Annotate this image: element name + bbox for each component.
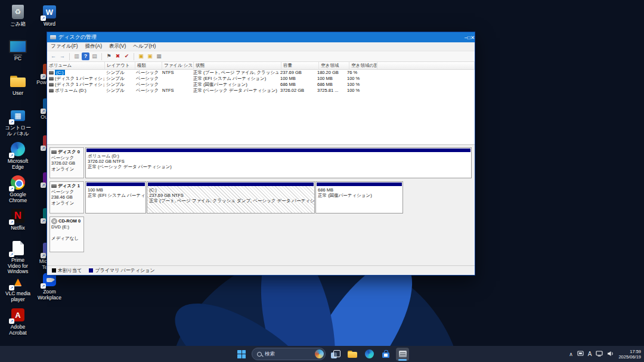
network-icon[interactable] <box>596 351 603 358</box>
folder-icon[interactable]: ▣ <box>137 52 145 60</box>
volume-name: (ディスク 1 パーティション 1) <box>55 76 104 81</box>
desktop-icon-label: コントロール パネル <box>4 125 32 137</box>
title-bar[interactable]: ディスクの管理 –□✕ <box>47 32 475 42</box>
menu-item-1[interactable]: 操作(A) <box>82 43 106 50</box>
desktop-icon-word[interactable]: W↗Word <box>36 4 63 27</box>
desktop-icon-prime-video-for-windows[interactable]: ↗Prime Video for Windows <box>4 240 32 275</box>
volume-drive-icon <box>49 77 54 81</box>
desktop-icon--[interactable]: ♻ごみ箱 <box>4 4 32 27</box>
column-header-1[interactable]: レイアウト <box>105 62 135 69</box>
close-button[interactable]: ✕ <box>470 35 475 41</box>
toolbar-separator <box>101 53 102 60</box>
partition-block[interactable]: 100 MB正常 (EFI システム パーティション) <box>85 181 146 214</box>
file-explorer-icon <box>348 351 357 358</box>
partition-block[interactable]: (C:)237.69 GB NTFS正常 (ブート, ページ ファイル, クラッ… <box>147 181 315 214</box>
search-box[interactable]: 検索 <box>252 348 326 360</box>
legend-color-swatch <box>52 268 56 273</box>
column-header-6[interactable]: 空き領域 <box>319 62 349 69</box>
desktop-icon-microsoft-edge[interactable]: ↗Microsoft Edge <box>4 141 32 170</box>
hidden-icons-chevron[interactable]: ∧ <box>569 351 573 357</box>
legend-item-0: 未割り当て <box>52 267 82 274</box>
volume-row[interactable]: (C:)シンプルベーシックNTFS正常 (ブート, ページ ファイル, クラッシ… <box>47 70 475 76</box>
column-header-0[interactable]: ボリューム <box>47 62 105 69</box>
edge-icon <box>365 349 374 358</box>
desktop-icon-netflix[interactable]: N↗Netflix <box>4 208 32 231</box>
window-view-icon[interactable]: ▥ <box>73 52 80 60</box>
column-header-5[interactable]: 容量 <box>281 62 319 69</box>
desktop-icon-label: Word <box>36 21 63 27</box>
desktop-icon-zoom-workplace[interactable]: ↗Zoom Workplace <box>36 271 63 301</box>
volume-cell: (ディスク 1 パーティション 1) <box>47 76 104 82</box>
task-view-icon <box>331 350 340 358</box>
menu-item-0[interactable]: ファイル(F) <box>47 43 82 50</box>
volume-drive-icon <box>49 83 54 86</box>
partition-info: (C:)237.69 GB NTFS正常 (ブート, ページ ファイル, クラッ… <box>147 186 314 213</box>
volume-cell: 正常 (ブート, ページ ファイル, クラッシュ ダンプ, ... <box>191 70 278 76</box>
column-header-3[interactable]: ファイル システム <box>162 62 194 69</box>
shortcut-arrow-badge: ↗ <box>41 182 46 188</box>
edge-icon: ↗ <box>9 141 27 157</box>
volume-cell: NTFS <box>160 70 191 76</box>
disk-label-panel[interactable]: ディスク 0ベーシック3726.02 GBオンライン <box>49 147 84 178</box>
partition-block[interactable]: 686 MB正常 (回復パーティション) <box>315 181 403 214</box>
disk-name-text: ディスク 0 <box>58 149 80 155</box>
menu-item-2[interactable]: 表示(V) <box>106 43 129 50</box>
volume-cell: シンプル <box>104 76 134 82</box>
column-header-7[interactable]: 空き領域の割... <box>349 62 377 69</box>
desktop-icon-adobe-acrobat[interactable]: A↗Adobe Acrobat <box>4 307 32 336</box>
edge-taskbar-button[interactable] <box>363 348 376 361</box>
help-icon[interactable]: ? <box>82 52 89 60</box>
volume-row[interactable]: (ディスク 1 パーティション 4)シンプルベーシック正常 (回復パーティション… <box>47 82 475 88</box>
disk-management-taskbar-button[interactable] <box>396 348 409 361</box>
volume-cell: 正常 (回復パーティション) <box>191 82 278 88</box>
start-button[interactable] <box>235 348 248 361</box>
column-header-4[interactable]: 状態 <box>194 62 281 69</box>
back-icon[interactable]: ← <box>49 52 57 60</box>
disk-detail-line: オンライン <box>51 166 82 172</box>
shortcut-arrow-badge: ↗ <box>9 186 14 191</box>
desktop-icon-pc[interactable]: PC <box>4 38 32 62</box>
forward-icon[interactable]: → <box>58 52 66 60</box>
desktop-icon-user[interactable]: User <box>4 73 32 97</box>
list-view-icon[interactable]: ▦ <box>155 52 163 60</box>
graphical-view-pane: ディスク 0ベーシック3726.02 GBオンラインボリューム (D:)3726… <box>47 145 475 265</box>
disk-label-panel[interactable]: ディスク 1ベーシック238.46 GBオンライン <box>49 181 84 214</box>
ime-indicator[interactable]: A <box>588 351 592 357</box>
partition-block[interactable]: ボリューム (D:)3726.02 GB NTFS正常 (ベーシック データ パ… <box>85 147 472 178</box>
delete-icon[interactable]: ✖ <box>114 52 122 60</box>
taskbar: 検索 ∧A 17:59 2025/06/19 <box>0 346 644 362</box>
details-view-icon[interactable]: ▤ <box>91 52 98 60</box>
column-header-2[interactable]: 種類 <box>135 62 162 69</box>
volume-cell: 3726.02 GB <box>278 88 315 94</box>
volume-row[interactable]: (ディスク 1 パーティション 1)シンプルベーシック正常 (EFI システム … <box>47 76 475 82</box>
desktop-icon-google-chrome[interactable]: ↗Google Chrome <box>4 174 32 203</box>
microsoft-store-button[interactable] <box>379 348 392 361</box>
flag-icon[interactable]: ⚑ <box>105 52 113 60</box>
disk-detail-line: DVD (E:) <box>51 224 82 230</box>
volume-name: (ディスク 1 パーティション 4) <box>55 82 104 87</box>
volume-row[interactable]: ボリューム (D:)シンプルベーシックNTFS正常 (ベーシック データ パーテ… <box>47 88 475 94</box>
partition-text-line: 正常 (EFI システム パーティション) <box>88 193 144 198</box>
tray-app-icon[interactable] <box>577 351 584 357</box>
clock[interactable]: 17:59 2025/06/19 <box>618 349 641 360</box>
file-explorer-button[interactable] <box>346 348 359 361</box>
desktop-icon--[interactable]: ▦↗コントロール パネル <box>4 107 32 137</box>
recycle-icon: ♻ <box>9 4 27 20</box>
properties-check-icon[interactable]: ✔ <box>123 52 131 60</box>
volume-icon[interactable] <box>607 351 614 358</box>
search-highlight-image <box>315 349 324 358</box>
desktop-icon-vlc-media-player[interactable]: ▲↗VLC media player <box>4 273 32 302</box>
open-folder-icon[interactable]: ▣ <box>146 52 154 60</box>
volume-list-pane: ボリュームレイアウト種類ファイル システム状態容量空き領域空き領域の割... (… <box>47 62 475 145</box>
task-view-button[interactable] <box>329 348 342 361</box>
desktop-icon-label: User <box>4 91 32 97</box>
disk-label-panel[interactable]: CD-ROM 0DVD (E:)メディアなし <box>49 216 84 252</box>
desktop-icon-label: Prime Video for Windows <box>4 258 32 275</box>
legend-label: 未割り当て <box>58 267 82 274</box>
volume-cell: 686 MB <box>315 82 345 88</box>
partition-text-line: (C:) <box>149 187 312 193</box>
word-icon: W↗ <box>41 4 58 20</box>
window-controls: –□✕ <box>465 33 475 42</box>
menu-item-3[interactable]: ヘルプ(H) <box>129 43 159 50</box>
desktop-icon-label: Google Chrome <box>4 192 32 203</box>
